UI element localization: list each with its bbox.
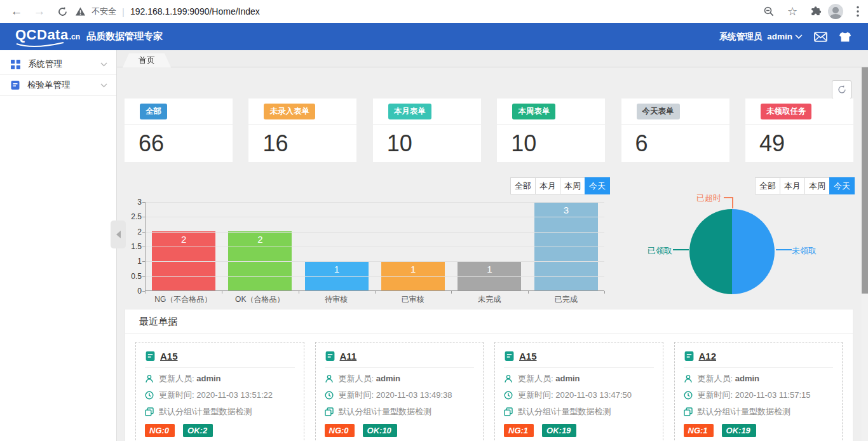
recent-doc-card: A11 更新人员: admin 更新时间: 2020-11-03 13:49:3…: [315, 342, 484, 441]
gridline: [146, 276, 604, 277]
sidebar-collapse-handle[interactable]: [111, 221, 126, 248]
y-axis-tick: [142, 291, 145, 292]
logo-tagline: 品质数据管理专家: [86, 31, 163, 43]
x-axis-tick: [146, 291, 146, 294]
grid-icon: [10, 59, 21, 70]
filter-button-本周[interactable]: 本周: [804, 177, 830, 194]
person-icon: [325, 374, 334, 383]
gridline: [146, 232, 604, 233]
recent-documents-title: 最近单据: [125, 309, 853, 334]
x-axis-tick: [375, 291, 376, 294]
filter-button-本月[interactable]: 本月: [780, 177, 805, 194]
stat-card-header: 今天表单: [621, 98, 729, 125]
doc-title-link[interactable]: A11: [340, 351, 357, 362]
refresh-button[interactable]: [832, 80, 851, 99]
sidebar-item-inspection[interactable]: 检验单管理: [0, 75, 116, 96]
extensions-puzzle-icon[interactable]: [807, 0, 825, 23]
filter-button-今天[interactable]: 今天: [585, 177, 610, 194]
forward-icon[interactable]: →: [31, 0, 48, 23]
sidebar-item-system[interactable]: 系统管理: [0, 54, 116, 75]
pie-connector-received: [673, 249, 689, 250]
browser-profile-avatar[interactable]: [828, 4, 843, 19]
y-axis-tick: [142, 202, 145, 203]
filter-button-全部[interactable]: 全部: [510, 177, 536, 194]
page: ← → 不安全 | 192.168.1.199:9090/Home/Index …: [0, 0, 868, 441]
filter-button-全部[interactable]: 全部: [755, 177, 780, 194]
pie-connector-overtime: [732, 197, 733, 208]
doc-badge-row: NG:1 OK:19: [504, 424, 654, 437]
y-axis-tick-label: 3: [125, 198, 142, 207]
stat-card: 未领取任务 49: [745, 98, 853, 162]
doc-badge-row: NG:0 OK:2: [145, 424, 295, 437]
doc-title-link[interactable]: A15: [519, 351, 537, 362]
sidebar-item-label: 系统管理: [28, 58, 62, 70]
message-envelope-icon[interactable]: [814, 32, 827, 42]
clock-icon: [684, 391, 693, 400]
pie-chart: [689, 209, 775, 294]
y-axis-tick: [142, 232, 145, 233]
doc-title-row: A11: [325, 348, 475, 368]
app-header: QCData.cn 品质数据管理专家 系统管理员 admin: [0, 23, 868, 50]
warning-icon: [75, 6, 86, 17]
doc-group-row: 默认分组\计量型数据检测: [684, 406, 834, 417]
gridline: [146, 217, 604, 217]
tab-home[interactable]: 首页: [123, 53, 171, 67]
stat-card-header: 未领取任务: [745, 98, 853, 125]
ng-badge: NG:0: [325, 424, 355, 437]
x-axis-tick: [604, 291, 605, 294]
doc-title-row: A15: [145, 348, 295, 368]
browser-toolbar: ← → 不安全 | 192.168.1.199:9090/Home/Index …: [0, 0, 868, 23]
clock-icon: [504, 391, 513, 400]
chevron-down-icon: [100, 83, 107, 88]
ok-badge: OK:2: [183, 424, 213, 437]
shirt-icon[interactable]: [839, 32, 851, 42]
doc-updated-time-row: 更新时间: 2020-11-03 13:51:22: [145, 390, 295, 401]
address-bar[interactable]: 不安全 | 192.168.1.199:9090/Home/Index: [75, 0, 260, 23]
doc-updated-by-row: 更新人员: admin: [325, 373, 475, 384]
pie-label-unreceived: 未领取: [792, 245, 817, 257]
y-axis-tick-label: 1.5: [125, 242, 142, 251]
browser-menu-icon[interactable]: [850, 0, 865, 23]
doc-title-link[interactable]: A12: [699, 351, 717, 362]
y-axis-tick-label: 2.5: [125, 212, 142, 221]
doc-updated-time-row: 更新时间: 2020-11-03 13:49:38: [325, 390, 475, 401]
reload-icon[interactable]: [53, 0, 71, 23]
address-divider: |: [122, 6, 125, 17]
filter-button-今天[interactable]: 今天: [829, 177, 855, 194]
pie-label-overtime: 已超时: [696, 193, 721, 204]
user-menu[interactable]: 系统管理员 admin: [719, 31, 803, 43]
recent-doc-card: A15 更新人员: admin 更新时间: 2020-11-03 13:47:5…: [494, 342, 663, 441]
x-axis-category-label: NG（不合格品）: [145, 294, 222, 305]
bookmark-star-icon[interactable]: ☆: [783, 0, 801, 23]
bar-value-label: 1: [305, 264, 369, 275]
stat-card: 本周表单 10: [497, 98, 605, 162]
x-axis-category-label: 已完成: [528, 294, 605, 305]
filter-button-本月[interactable]: 本月: [535, 177, 560, 194]
filter-button-本周[interactable]: 本周: [560, 177, 585, 194]
bar-value-label: 2: [228, 234, 292, 245]
person-icon: [504, 374, 513, 383]
bar-chart-filter-group: 全部本月本周今天: [510, 177, 610, 194]
person-icon: [684, 374, 693, 383]
sidebar: 系统管理检验单管理: [0, 50, 117, 441]
bar-chart-xlabels: NG（不合格品）OK（合格品）待审核已审核未完成已完成: [145, 294, 604, 305]
stat-value: 16: [248, 125, 356, 157]
doc-title-link[interactable]: A15: [160, 351, 178, 362]
ng-badge: NG:0: [145, 424, 175, 437]
logo-swoosh: [15, 42, 66, 48]
stat-badge: 本月表单: [388, 104, 431, 119]
zoom-out-icon[interactable]: [760, 0, 778, 23]
scrollbar-thumb[interactable]: [862, 67, 868, 294]
stat-badge: 未录入表单: [264, 104, 315, 119]
back-icon[interactable]: ←: [8, 0, 25, 23]
group-copy-icon: [145, 407, 154, 416]
recent-doc-card: A12 更新人员: admin 更新时间: 2020-11-03 11:57:1…: [674, 342, 843, 441]
stat-badge: 全部: [140, 104, 167, 119]
x-axis-tick: [222, 291, 222, 294]
pie-connector-unreceived: [776, 249, 792, 250]
logo-tld: .cn: [69, 32, 80, 41]
recent-documents-cards: A15 更新人员: admin 更新时间: 2020-11-03 13:51:2…: [125, 334, 853, 441]
doc-title-row: A15: [504, 348, 654, 368]
stat-badge: 未领取任务: [761, 104, 812, 119]
chevron-down-icon: [795, 34, 803, 39]
